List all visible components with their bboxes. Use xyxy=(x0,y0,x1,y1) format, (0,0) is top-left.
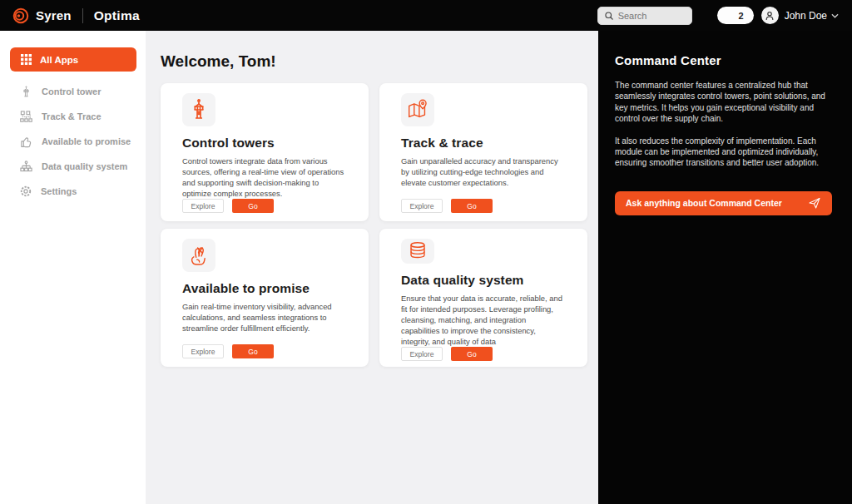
search-input[interactable] xyxy=(618,11,686,21)
sidebar-item-label: Available to promise xyxy=(42,136,131,146)
card-available-to-promise: Available to promise Gain real-time inve… xyxy=(161,229,369,367)
card-title: Data quality system xyxy=(401,273,524,288)
card-title: Control towers xyxy=(182,136,275,151)
control-tower-icon xyxy=(187,98,211,121)
sidebar-item-label: Track & Trace xyxy=(42,111,102,121)
panel-paragraph: The command center features a centralize… xyxy=(615,80,832,125)
go-button[interactable]: Go xyxy=(232,344,274,358)
gear-icon xyxy=(20,185,32,197)
card-icon-container xyxy=(182,93,215,126)
product-name: Optima xyxy=(94,8,140,23)
card-control-towers: Control towers Control towers integrate … xyxy=(161,83,369,221)
card-title: Available to promise xyxy=(182,281,310,296)
card-description: Ensure that your data is accurate, relia… xyxy=(401,293,566,347)
sidebar-item-all-apps[interactable]: All Apps xyxy=(10,47,136,72)
card-icon-container xyxy=(401,93,434,126)
user-name: John Doe xyxy=(785,10,827,22)
syren-logo-icon xyxy=(12,7,30,25)
main-content: Welcome, Tom! Control towers Control tow… xyxy=(146,31,598,504)
notification-count: 2 xyxy=(739,11,744,21)
avatar xyxy=(761,7,779,24)
sidebar-item-label: All Apps xyxy=(40,55,78,65)
grid-icon xyxy=(21,54,32,65)
thumbs-up-icon xyxy=(20,136,32,148)
sidebar-item-control-tower[interactable]: Control tower xyxy=(0,79,146,104)
cta-label: Ask anything about Command Center xyxy=(626,198,782,208)
command-center-panel: Command Center The command center featur… xyxy=(598,31,852,504)
notification-badge[interactable]: 2 xyxy=(717,7,754,24)
go-button[interactable]: Go xyxy=(451,347,493,361)
nodes-icon xyxy=(20,111,32,123)
page-title: Welcome, Tom! xyxy=(161,52,598,71)
app-cards-grid: Control towers Control towers integrate … xyxy=(161,83,598,367)
crossed-fingers-icon xyxy=(186,243,211,268)
panel-title: Command Center xyxy=(615,53,832,67)
hierarchy-icon xyxy=(20,161,32,173)
send-icon xyxy=(808,196,821,210)
sidebar-item-label: Data quality system xyxy=(42,161,127,171)
database-icon xyxy=(405,239,430,264)
map-pin-icon xyxy=(405,97,430,122)
sidebar-item-data-quality-system[interactable]: Data quality system xyxy=(0,154,146,179)
topbar: Syren Optima 2 John Doe xyxy=(0,0,852,31)
card-data-quality-system: Data quality system Ensure that your dat… xyxy=(379,229,587,367)
explore-button[interactable]: Explore xyxy=(182,199,224,213)
chevron-down-icon xyxy=(831,13,839,18)
search-box[interactable] xyxy=(597,7,692,25)
sidebar-item-label: Settings xyxy=(41,186,77,196)
explore-button[interactable]: Explore xyxy=(182,344,224,358)
sidebar-item-settings[interactable]: Settings xyxy=(0,179,146,204)
search-icon xyxy=(604,11,614,21)
brand: Syren xyxy=(12,7,72,25)
explore-button[interactable]: Explore xyxy=(401,199,443,213)
sidebar-item-label: Control tower xyxy=(42,86,102,96)
user-menu[interactable]: John Doe xyxy=(761,7,839,24)
card-description: Gain unparalleled accuracy and transpare… xyxy=(401,156,566,188)
brand-name: Syren xyxy=(36,8,72,22)
card-icon-container xyxy=(182,239,215,272)
card-description: Gain real-time inventory visibility, adv… xyxy=(182,301,347,334)
go-button[interactable]: Go xyxy=(451,199,493,213)
card-title: Track & trace xyxy=(401,136,483,151)
ask-command-center-button[interactable]: Ask anything about Command Center xyxy=(615,191,832,215)
brand-divider xyxy=(82,8,83,23)
card-track-trace: Track & trace Gain unparalleled accuracy… xyxy=(379,83,587,221)
card-description: Control towers integrate data from vario… xyxy=(182,156,347,199)
sidebar-item-available-to-promise[interactable]: Available to promise xyxy=(0,129,146,154)
explore-button[interactable]: Explore xyxy=(401,347,443,361)
card-icon-container xyxy=(401,239,434,264)
sidebar-item-track-trace[interactable]: Track & Trace xyxy=(0,104,146,129)
go-button[interactable]: Go xyxy=(232,199,274,213)
control-tower-icon xyxy=(20,86,32,98)
sidebar: All Apps Control tower Track & Trace xyxy=(0,31,146,504)
panel-paragraph: It also reduces the complexity of implem… xyxy=(615,136,832,169)
